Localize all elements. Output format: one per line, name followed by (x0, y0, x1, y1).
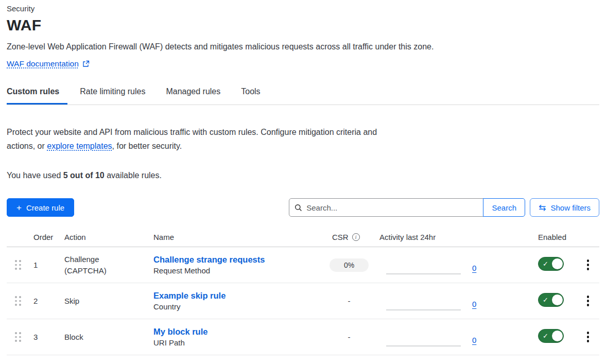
search-icon (295, 204, 302, 212)
activity-sparkline (386, 273, 461, 274)
rule-name-link[interactable]: My block rule (153, 327, 324, 337)
enabled-toggle[interactable]: ✓ (538, 329, 564, 343)
toggle-knob (552, 331, 563, 341)
tab-managed-rules[interactable]: Managed rules (166, 83, 229, 105)
check-icon: ✓ (543, 260, 548, 268)
rule-order: 1 (29, 261, 64, 269)
kebab-menu-icon[interactable] (584, 330, 593, 344)
rules-toolbar: + Create rule Search ⇆ Show filt (7, 198, 599, 217)
header-menu-spacer (577, 237, 599, 239)
activity-count-link[interactable]: 0 (472, 300, 476, 308)
show-filters-label: Show filters (550, 203, 591, 212)
explore-templates-link[interactable]: explore templates (47, 142, 112, 150)
table-row: 1 Challenge (CAPTCHA) Challenge strange … (7, 247, 599, 283)
header-name: Name (153, 233, 324, 244)
table-row: 3 Block My block rule URI Path - 0 ✓ (7, 319, 599, 355)
header-action: Action (64, 233, 153, 244)
page-title: WAF (7, 16, 599, 34)
csr-value: - (330, 333, 369, 341)
breadcrumb: Security (7, 4, 599, 13)
show-filters-button[interactable]: ⇆ Show filters (530, 198, 599, 217)
rule-enabled-cell: ✓ (538, 257, 577, 273)
waf-page: Security WAF Zone-level Web Application … (0, 0, 606, 355)
header-drag-spacer (7, 237, 29, 239)
rule-name-link[interactable]: Example skip rule (153, 291, 324, 301)
header-enabled: Enabled (538, 233, 577, 244)
rule-csr-cell: 0% (324, 258, 379, 272)
check-icon: ✓ (543, 332, 548, 340)
rule-field: Request Method (153, 266, 324, 275)
kebab-menu-icon[interactable] (584, 257, 593, 272)
rule-order: 3 (29, 333, 64, 341)
activity-sparkline (386, 345, 461, 346)
rule-enabled-cell: ✓ (538, 293, 577, 309)
check-icon: ✓ (543, 296, 548, 304)
tab-tools[interactable]: Tools (241, 83, 268, 105)
rule-name-link[interactable]: Challenge strange requests (153, 255, 324, 265)
custom-rules-table: Order Action Name CSR i Activity last 24… (7, 229, 599, 355)
header-csr: CSR i (324, 233, 379, 244)
drag-handle-icon[interactable] (15, 332, 22, 342)
custom-rules-intro: Protect your website and API from malici… (7, 125, 390, 153)
activity-sparkline (386, 309, 461, 310)
create-rule-button[interactable]: + Create rule (7, 198, 74, 217)
rule-action: Challenge (CAPTCHA) (64, 254, 153, 276)
header-order: Order (29, 233, 64, 244)
intro-text-after: , for better security. (112, 142, 182, 150)
usage-count: 5 out of 10 (63, 171, 105, 180)
rule-order: 2 (29, 297, 64, 305)
activity-count-link[interactable]: 0 (472, 264, 476, 272)
drag-handle-icon[interactable] (15, 260, 22, 270)
rule-name-cell: My block rule URI Path (153, 327, 324, 347)
enabled-toggle[interactable]: ✓ (538, 293, 564, 307)
tab-custom-rules[interactable]: Custom rules (7, 83, 67, 105)
waf-tabs: Custom rules Rate limiting rules Managed… (7, 83, 599, 105)
create-rule-label: Create rule (26, 203, 64, 212)
csr-badge: 0% (330, 258, 369, 272)
rule-name-cell: Example skip rule Country (153, 291, 324, 311)
info-icon[interactable]: i (352, 233, 360, 241)
rule-enabled-cell: ✓ (538, 329, 577, 345)
usage-suffix: available rules. (105, 171, 162, 180)
search-button[interactable]: Search (483, 198, 525, 217)
rule-activity-cell: 0 (379, 247, 538, 283)
waf-documentation-link[interactable]: WAF documentation (7, 59, 79, 68)
rule-csr-cell: - (324, 333, 379, 342)
rule-name-cell: Challenge strange requests Request Metho… (153, 255, 324, 275)
plus-icon: + (16, 203, 22, 212)
header-csr-label: CSR (332, 233, 349, 241)
header-activity: Activity last 24hr (379, 233, 538, 244)
tab-rate-limiting-rules[interactable]: Rate limiting rules (80, 83, 153, 105)
usage-prefix: You have used (7, 171, 63, 180)
search-box (289, 198, 483, 217)
rule-action: Block (64, 332, 153, 343)
toggle-knob (552, 258, 563, 269)
table-header-row: Order Action Name CSR i Activity last 24… (7, 229, 599, 247)
table-row: 2 Skip Example skip rule Country - 0 ✓ (7, 283, 599, 319)
search-input[interactable] (306, 203, 478, 212)
drag-handle-icon[interactable] (15, 296, 22, 306)
rule-csr-cell: - (324, 297, 379, 306)
kebab-menu-icon[interactable] (584, 293, 593, 308)
toggle-knob (552, 294, 563, 305)
external-link-icon (82, 60, 90, 67)
rule-activity-cell: 0 (379, 319, 538, 355)
page-description: Zone-level Web Application Firewall (WAF… (7, 42, 599, 51)
rule-activity-cell: 0 (379, 283, 538, 319)
csr-value: - (330, 297, 369, 305)
enabled-toggle[interactable]: ✓ (538, 257, 564, 271)
rule-field: Country (153, 302, 324, 311)
activity-count-link[interactable]: 0 (472, 336, 476, 344)
filters-icon: ⇆ (539, 203, 546, 212)
rule-field: URI Path (153, 338, 324, 347)
rule-action: Skip (64, 296, 153, 307)
rules-usage: You have used 5 out of 10 available rule… (7, 171, 599, 180)
